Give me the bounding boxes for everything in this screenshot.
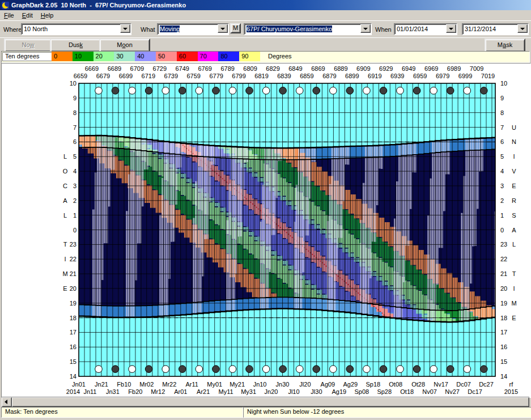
svg-text:R: R <box>512 197 516 204</box>
toolbar: Where 10 North What Moving M 67P/ Churyu… <box>0 20 531 38</box>
menu-edit[interactable]: Edit <box>18 11 37 20</box>
svg-text:6959: 6959 <box>413 73 427 79</box>
svg-text:Ot28: Ot28 <box>411 381 425 388</box>
chevron-down-icon[interactable] <box>120 24 130 33</box>
svg-text:6749: 6749 <box>176 65 189 72</box>
svg-text:6909: 6909 <box>356 65 370 72</box>
svg-text:1: 1 <box>500 212 504 219</box>
where-combobox[interactable]: 10 North <box>21 23 131 35</box>
svg-text:9: 9 <box>73 95 77 101</box>
svg-text:4: 4 <box>500 168 504 175</box>
svg-text:L: L <box>512 241 516 248</box>
svg-text:8: 8 <box>500 109 504 116</box>
svg-text:I: I <box>64 256 66 262</box>
svg-text:E: E <box>512 183 516 189</box>
title-bar[interactable]: GraphDark 2.05 10 North - 67P/ Churyumov… <box>0 0 531 10</box>
what-label: What <box>141 26 155 33</box>
svg-text:Ag19: Ag19 <box>332 388 347 395</box>
button-bar: Now Dusk Moon Mask <box>0 37 531 52</box>
svg-text:3: 3 <box>500 183 504 189</box>
svg-text:9: 9 <box>500 95 504 101</box>
svg-text:6689: 6689 <box>108 65 121 72</box>
svg-text:My01: My01 <box>207 381 222 388</box>
svg-text:My21: My21 <box>230 381 245 388</box>
svg-text:A: A <box>512 227 516 234</box>
horizontal-scrollbar[interactable] <box>2 397 529 406</box>
svg-text:6669: 6669 <box>85 65 99 72</box>
svg-text:23: 23 <box>70 241 77 248</box>
svg-text:U: U <box>512 124 516 131</box>
svg-text:6779: 6779 <box>209 73 223 79</box>
svg-text:Fb10: Fb10 <box>117 381 131 388</box>
svg-text:Jn30: Jn30 <box>276 381 290 388</box>
svg-text:7: 7 <box>73 124 77 131</box>
mask-button[interactable]: Mask <box>485 39 525 52</box>
svg-text:6849: 6849 <box>288 65 302 72</box>
legend-segment: 50 <box>156 52 177 61</box>
chevron-down-icon[interactable] <box>218 24 228 33</box>
svg-text:L: L <box>63 153 67 160</box>
svg-text:O: O <box>63 168 68 175</box>
svg-text:Jl20: Jl20 <box>299 381 311 388</box>
svg-text:6679: 6679 <box>96 73 110 79</box>
svg-text:C: C <box>63 183 67 189</box>
now-button[interactable]: Now <box>4 39 52 52</box>
svg-text:22: 22 <box>500 256 507 262</box>
svg-text:17: 17 <box>70 329 77 336</box>
menu-help[interactable]: Help <box>37 11 58 20</box>
svg-text:22: 22 <box>70 256 77 262</box>
svg-text:6759: 6759 <box>186 73 200 79</box>
svg-text:Sp28: Sp28 <box>377 388 392 395</box>
svg-text:Fb20: Fb20 <box>128 388 142 395</box>
svg-text:15: 15 <box>500 358 507 365</box>
svg-text:6949: 6949 <box>402 65 415 72</box>
menu-file[interactable]: File <box>0 11 18 20</box>
svg-text:6729: 6729 <box>153 65 167 72</box>
svg-text:Nv17: Nv17 <box>434 381 448 388</box>
legend-segment: 80 <box>218 52 239 61</box>
legend-segment: 60 <box>177 52 198 61</box>
chevron-down-icon[interactable] <box>517 24 528 33</box>
svg-text:0: 0 <box>73 227 77 234</box>
window-title: GraphDark 2.05 10 North - 67P/ Churyumov… <box>11 2 186 9</box>
svg-text:2: 2 <box>500 197 504 204</box>
legend-segment: 10 <box>73 52 94 61</box>
scroll-left-button[interactable] <box>2 397 12 407</box>
svg-text:I: I <box>513 153 515 160</box>
chevron-down-icon[interactable] <box>360 24 371 33</box>
svg-text:14: 14 <box>70 373 77 380</box>
legend-segment: 40 <box>135 52 156 61</box>
svg-text:Jn20: Jn20 <box>265 388 278 395</box>
status-mask: Mask: Ten degrees <box>1 407 243 418</box>
date-to-combobox[interactable]: 31/12/2014 <box>462 23 529 35</box>
legend-row: Ten degrees 0102030405060708090 Degrees <box>1 51 530 63</box>
svg-text:Ot08: Ot08 <box>389 381 402 388</box>
when-label: When <box>375 26 392 33</box>
svg-text:Jl30: Jl30 <box>311 388 322 395</box>
svg-text:15: 15 <box>70 358 77 365</box>
svg-text:N: N <box>512 138 516 145</box>
svg-text:6829: 6829 <box>266 65 279 72</box>
m-button[interactable]: M <box>230 23 241 33</box>
svg-text:16: 16 <box>70 343 77 350</box>
svg-text:6919: 6919 <box>368 73 381 79</box>
svg-text:7: 7 <box>500 124 504 131</box>
svg-text:6659: 6659 <box>74 73 87 79</box>
svg-text:5: 5 <box>73 153 77 160</box>
date-from-combobox[interactable]: 01/01/2014 <box>394 23 457 35</box>
chevron-down-icon[interactable] <box>446 24 456 33</box>
object-combobox[interactable]: 67P/ Churyumov-Gerasimenko <box>244 23 372 35</box>
status-night: Night when Sun below -12 degrees <box>243 407 531 418</box>
scrollbar-thumb[interactable] <box>12 397 529 407</box>
svg-text:Mr02: Mr02 <box>139 381 154 388</box>
svg-text:S: S <box>512 212 516 219</box>
svg-text:14: 14 <box>500 373 507 380</box>
dusk-button[interactable]: Dusk <box>50 39 101 52</box>
moon-button[interactable]: Moon <box>99 39 150 52</box>
svg-text:6769: 6769 <box>198 65 211 72</box>
svg-text:Ar11: Ar11 <box>186 381 198 388</box>
svg-text:Nv07: Nv07 <box>422 388 437 395</box>
what-combobox[interactable]: Moving <box>157 23 229 35</box>
svg-text:21: 21 <box>70 270 77 277</box>
svg-text:1: 1 <box>73 212 77 219</box>
